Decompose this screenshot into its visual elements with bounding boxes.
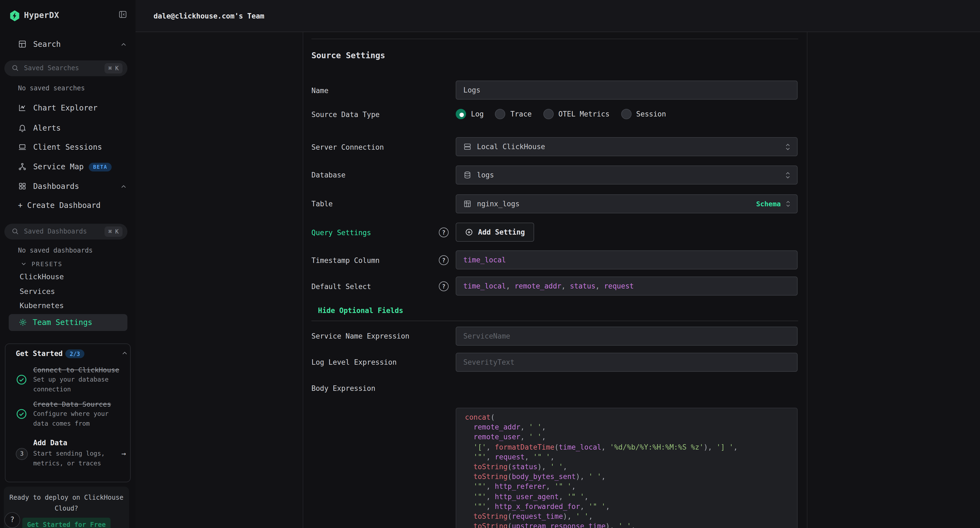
radio-unselected-icon [543,109,554,119]
shortcut-badge: ⌘ K [105,226,123,237]
sidebar-item-search[interactable]: Search [0,37,135,52]
saved-dashboards-placeholder: Saved Dashboards [24,227,87,235]
saved-searches-input[interactable]: Saved Searches ⌘ K [4,60,127,76]
chevron-down-icon [21,261,27,267]
code-line: toString(upstream_response_time), ' ', [465,522,788,528]
code-line: '"', request, '" ', [465,452,788,462]
help-circle-icon[interactable]: ? [439,281,449,291]
team-settings-label: Team Settings [33,318,92,327]
code-line: concat( [465,413,788,422]
server-connection-label: Server Connection [312,143,384,151]
service-name-expression-label: Service Name Expression [312,332,409,340]
service-name-expression-input[interactable]: ServiceName [456,327,798,346]
step-title[interactable]: Connect to ClickHouse [33,366,119,374]
sidebar-item-team-settings[interactable]: Team Settings [9,314,127,331]
chevron-up-icon[interactable] [120,41,127,48]
get-started-progress-badge: 2/3 [65,350,84,358]
table-select[interactable]: nginx_logs Schema [456,194,798,213]
no-saved-dashboards-text: No saved dashboards [18,247,93,254]
get-started-free-button[interactable]: Get Started for Free [22,518,111,528]
help-circle-icon[interactable]: ? [439,255,449,265]
radio-trace[interactable]: Trace [495,109,531,119]
log-level-expression-input[interactable]: SeverityText [456,353,798,372]
timestamp-column-input[interactable]: time_local [456,250,798,269]
source-data-type-label: Source Data Type [312,110,379,119]
section-divider [312,39,798,39]
select-chevrons-icon [784,143,791,151]
sidebar-item-client-sessions[interactable]: Client Sessions [0,140,135,155]
sidebar-item-service-map[interactable]: Service Map BETA [0,159,135,175]
presets-label: PRESETS [32,261,63,268]
create-dashboard-button[interactable]: + Create Dashboard [0,198,135,213]
check-circle-icon [16,374,27,385]
section-divider [312,321,798,321]
bell-icon [18,124,27,132]
chevron-up-icon[interactable] [121,350,128,356]
code-line: toString(request_time), ' ', [465,512,788,522]
gear-icon [19,318,27,327]
preset-item-services[interactable]: Services [20,287,55,296]
step-title[interactable]: Add Data [33,439,67,447]
code-line: '"', http_x_forwarded_for, '" ', [465,502,788,512]
help-circle-icon[interactable]: ? [439,227,449,237]
hyperdx-logo-icon [9,10,20,22]
sidebar-item-label: Service Map [33,162,84,171]
sidebar-item-label: Dashboards [33,182,79,191]
code-line: remote_user, ' ', [465,433,788,442]
database-icon [463,171,471,179]
step-title[interactable]: Create Data Sources [33,400,111,408]
team-title: dale@clickhouse.com's Team [154,12,264,20]
top-bar: dale@clickhouse.com's Team [135,0,980,32]
step-desc: Set up your database connection [33,375,115,394]
sidebar-item-alerts[interactable]: Alerts [0,121,135,136]
saved-searches-placeholder: Saved Searches [24,64,79,72]
code-line: toString(status), ' ', [465,462,788,472]
database-select[interactable]: logs [456,165,798,184]
table-label: Table [312,200,332,208]
create-dashboard-label: + Create Dashboard [18,201,100,210]
sidebar-item-dashboards[interactable]: Dashboards [0,179,135,194]
radio-log[interactable]: Log [456,109,484,119]
sidebar-item-label: Alerts [33,124,61,132]
default-select-input[interactable]: time_local, remote_addr, status, request [456,277,798,296]
body-expression-editor[interactable]: concat( remote_addr, ' ', remote_user, '… [456,408,798,528]
name-label: Name [312,87,329,95]
main-content: Source Settings Name Logs Source Data Ty… [135,32,980,528]
radio-otel-metrics[interactable]: OTEL Metrics [543,109,609,119]
code-line: '"', http_user_agent, '" ', [465,492,788,502]
sidebar-item-chart-explorer[interactable]: Chart Explorer [0,101,135,116]
cloud-promo-card: Ready to deploy on ClickHouse Cloud? Get… [4,487,129,528]
section-title: Source Settings [312,51,385,60]
source-settings-panel: Source Settings Name Logs Source Data Ty… [303,32,807,528]
chevron-up-icon[interactable] [120,183,127,190]
preset-item-clickhouse[interactable]: ClickHouse [20,272,64,281]
arrow-right-icon[interactable]: → [121,449,126,458]
log-level-expression-label: Log Level Expression [312,358,397,366]
schema-link[interactable]: Schema [756,200,781,208]
help-button[interactable]: ? [4,512,20,528]
timestamp-column-label: Timestamp Column [312,256,379,264]
hide-optional-fields-link[interactable]: Hide Optional Fields [318,307,403,315]
hierarchy-icon [18,162,27,171]
code-line: '[', formatDateTime(time_local, '%d/%b/%… [465,442,788,452]
preset-item-kubernetes[interactable]: Kubernetes [20,301,64,310]
server-connection-select[interactable]: Local ClickHouse [456,137,798,156]
sidebar-collapse-icon[interactable] [118,10,127,19]
add-setting-button[interactable]: Add Setting [456,223,534,242]
code-line: '"', http_referer, '" ', [465,482,788,492]
plus-circle-icon [465,228,473,236]
step-desc: Start sending logs, metrics, or traces [33,449,115,468]
select-chevrons-icon [785,200,791,207]
app-title: HyperDX [24,10,59,20]
radio-session[interactable]: Session [621,109,666,119]
sidebar-item-label: Search [33,40,61,48]
no-saved-searches-text: No saved searches [18,84,85,92]
saved-dashboards-input[interactable]: Saved Dashboards ⌘ K [4,224,127,240]
get-started-title: Get Started [16,350,63,358]
promo-text: Ready to deploy on ClickHouse Cloud? [4,492,129,514]
name-input[interactable]: Logs [456,81,798,100]
step-number-badge: 3 [16,448,28,460]
sidebar-item-label: Chart Explorer [33,103,97,112]
select-chevrons-icon [784,171,791,179]
laptop-icon [18,143,27,151]
